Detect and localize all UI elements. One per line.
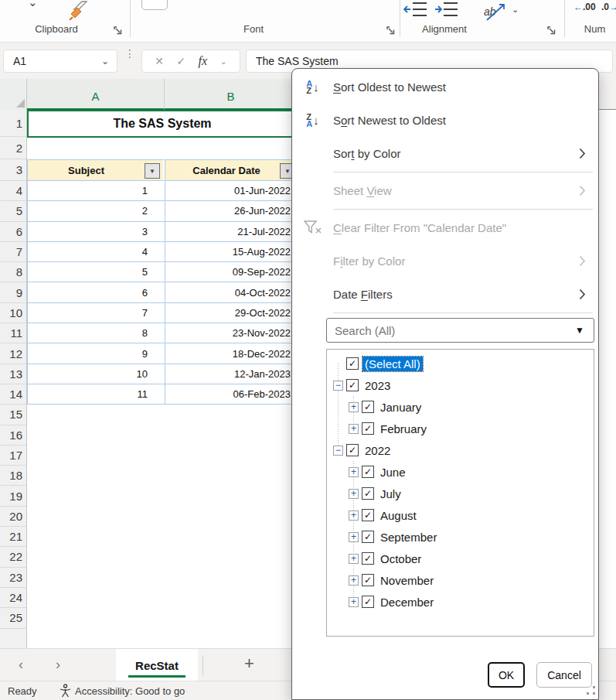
selected-cell-a1[interactable]: The SAS System: [27, 110, 298, 138]
next-sheet-icon[interactable]: ›: [51, 657, 65, 671]
row-header-7[interactable]: 7: [0, 242, 26, 262]
collapse-icon[interactable]: −: [333, 381, 343, 391]
menu-item-date-filters[interactable]: Date Filters: [292, 278, 598, 311]
expand-icon[interactable]: +: [349, 597, 359, 607]
subject-cell[interactable]: 7: [27, 303, 165, 323]
tree-item-2023[interactable]: −✓2023: [327, 374, 594, 396]
expand-icon[interactable]: +: [349, 402, 359, 412]
row-header-14[interactable]: 14: [0, 384, 26, 405]
cancel-entry-icon[interactable]: ✕: [155, 55, 164, 67]
row-header-21[interactable]: 21: [0, 527, 26, 547]
calendar-date-cell[interactable]: 26-Jun-2022: [165, 201, 298, 221]
checkbox-checked[interactable]: ✓: [362, 487, 374, 500]
subject-filter-button[interactable]: ▼: [145, 163, 160, 179]
calendar-date-cell[interactable]: 23-Nov-2022: [165, 323, 298, 343]
accessibility-status[interactable]: Accessibility: Good to go: [75, 685, 185, 697]
insert-function-icon[interactable]: fx: [199, 54, 208, 68]
select-all-corner[interactable]: [0, 79, 27, 110]
format-painter-icon[interactable]: [66, 0, 90, 20]
expand-icon[interactable]: +: [349, 467, 359, 477]
borders-button[interactable]: [141, 0, 168, 10]
tree-item-december[interactable]: +✓December: [327, 591, 594, 613]
row-header-4[interactable]: 4: [0, 181, 26, 201]
row-header-3[interactable]: 3: [0, 159, 26, 181]
row-header-12[interactable]: 12: [0, 343, 26, 364]
table-header-subject[interactable]: Subject ▼: [27, 159, 165, 181]
checkbox-checked[interactable]: ✓: [346, 357, 359, 370]
calendar-date-cell[interactable]: 18-Dec-2022: [165, 343, 298, 364]
expand-icon[interactable]: +: [349, 532, 359, 542]
calendar-date-cell[interactable]: 21-Jul-2022: [165, 222, 298, 242]
row-header-18[interactable]: 18: [0, 466, 26, 486]
row-header-6[interactable]: 6: [0, 222, 26, 242]
new-sheet-button[interactable]: +: [244, 654, 254, 674]
checkbox-checked[interactable]: ✓: [362, 552, 374, 565]
row-header-19[interactable]: 19: [0, 486, 26, 506]
tree-item-september[interactable]: +✓September: [327, 526, 594, 548]
subject-cell[interactable]: 9: [27, 343, 165, 364]
name-box[interactable]: A1 ⌄: [3, 50, 117, 73]
row-header-20[interactable]: 20: [0, 507, 26, 527]
row-header-17[interactable]: 17: [0, 446, 26, 466]
clipboard-dialog-launcher-icon[interactable]: [113, 26, 123, 36]
tree-item-june[interactable]: +✓June: [327, 461, 594, 483]
expand-icon[interactable]: +: [349, 554, 359, 564]
paste-dropdown-chevron-icon[interactable]: ⌄: [28, 0, 38, 9]
orientation-icon[interactable]: ab: [482, 2, 509, 23]
subject-cell[interactable]: 5: [27, 262, 165, 282]
row-header-9[interactable]: 9: [0, 282, 26, 302]
decrease-indent-icon[interactable]: [403, 2, 428, 22]
column-header-a[interactable]: A: [27, 79, 165, 110]
name-box-chevron-icon[interactable]: ⌄: [101, 50, 109, 72]
checkbox-checked[interactable]: ✓: [362, 531, 374, 543]
row-header-16[interactable]: 16: [0, 425, 26, 446]
font-dialog-launcher-icon[interactable]: [386, 26, 396, 36]
row-header-8[interactable]: 8: [0, 262, 26, 282]
checkbox-checked[interactable]: ✓: [346, 379, 359, 391]
calendar-date-cell[interactable]: 04-Oct-2022: [165, 282, 298, 302]
row-header-24[interactable]: 24: [0, 588, 26, 608]
orientation-dropdown-chevron-icon[interactable]: ⌄: [512, 5, 519, 15]
checkbox-checked[interactable]: ✓: [362, 466, 374, 478]
subject-cell[interactable]: 11: [27, 384, 165, 405]
tree-item-2022[interactable]: −✓2022: [327, 439, 594, 461]
checkbox-checked[interactable]: ✓: [362, 596, 374, 608]
checkbox-checked[interactable]: ✓: [362, 401, 374, 413]
calendar-date-cell[interactable]: 29-Oct-2022: [165, 303, 298, 323]
row-header-25[interactable]: 25: [0, 608, 26, 628]
row-header-1[interactable]: 1: [0, 110, 26, 137]
calendar-date-cell[interactable]: 15-Aug-2022: [165, 242, 298, 262]
cancel-button[interactable]: Cancel: [536, 662, 592, 688]
subject-cell[interactable]: 10: [27, 364, 165, 384]
checkbox-checked[interactable]: ✓: [362, 422, 374, 435]
alignment-dialog-launcher-icon[interactable]: [546, 26, 556, 36]
subject-cell[interactable]: 3: [27, 222, 165, 242]
resize-grip[interactable]: [587, 686, 596, 695]
expand-icon[interactable]: +: [349, 489, 359, 499]
subject-cell[interactable]: 6: [27, 282, 165, 302]
tree-item-february[interactable]: +✓February: [327, 418, 594, 439]
subject-cell[interactable]: 2: [27, 201, 165, 221]
collapse-icon[interactable]: −: [333, 446, 343, 456]
calendar-date-cell[interactable]: 09-Sep-2022: [165, 262, 298, 282]
table-header-calendar-date[interactable]: Calendar Date ▼: [165, 159, 298, 181]
tab-recstat[interactable]: RecStat: [116, 649, 198, 681]
row-header-23[interactable]: 23: [0, 568, 26, 588]
row-header-22[interactable]: 22: [0, 547, 26, 567]
row-header-5[interactable]: 5: [0, 201, 26, 221]
menu-item-sort-by-color[interactable]: Sort by Color: [292, 137, 598, 170]
row-header-2[interactable]: 2: [0, 137, 26, 159]
tree-item-november[interactable]: +✓November: [327, 569, 594, 591]
tree-item-january[interactable]: +✓January: [327, 396, 594, 418]
confirm-entry-icon[interactable]: ✓: [176, 55, 185, 67]
subject-cell[interactable]: 8: [27, 323, 165, 343]
prev-sheet-icon[interactable]: ‹: [14, 657, 28, 671]
tree-item-july[interactable]: +✓July: [327, 483, 594, 504]
menu-item-sort-newest-to-oldest[interactable]: ZA↓Sort Newest to Oldest: [292, 104, 598, 137]
row-header-11[interactable]: 11: [0, 323, 26, 343]
checkbox-checked[interactable]: ✓: [362, 509, 374, 521]
checkbox-checked[interactable]: ✓: [362, 574, 374, 586]
subject-cell[interactable]: 1: [27, 181, 165, 201]
subject-cell[interactable]: 4: [27, 242, 165, 262]
decrease-decimal-icon[interactable]: .0→: [601, 2, 616, 12]
